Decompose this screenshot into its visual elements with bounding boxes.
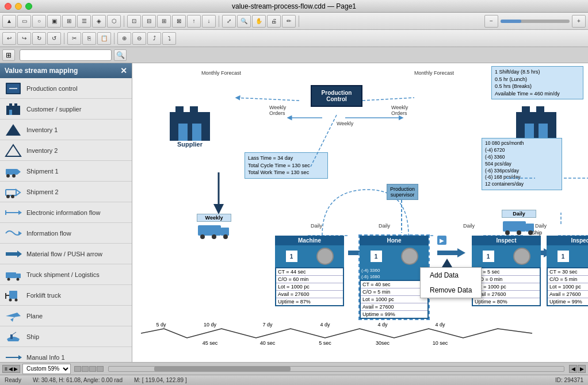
manual-info1-icon (5, 351, 22, 363)
h-scrollbar-thumb[interactable] (154, 367, 291, 371)
undo-btn[interactable]: ↩ (2, 32, 16, 45)
context-remove-data[interactable]: Remove Data (421, 283, 481, 298)
rotate-cw-btn[interactable]: ↻ (32, 32, 46, 45)
minimize-button[interactable] (15, 3, 22, 10)
sidebar-item-ship[interactable]: Ship (0, 326, 132, 347)
svg-line-48 (236, 98, 299, 101)
search-input[interactable] (20, 49, 112, 61)
process-hone[interactable]: Hone 1 (-4) 3360 (-6) 1680 CT = 40 sec C… (360, 236, 429, 319)
sidebar-item-forklift[interactable]: Forklift truck (0, 285, 132, 306)
production-control-icon (5, 82, 22, 95)
sidebar-label-ship: Ship (26, 333, 39, 340)
rect-tool[interactable]: ▭ (17, 15, 31, 28)
view-btn-3[interactable] (89, 366, 96, 372)
cut-btn[interactable]: ✂ (67, 32, 81, 45)
scroll-left[interactable]: ◀ (569, 365, 577, 373)
iflow-svg (5, 226, 22, 240)
truck-svg (5, 268, 22, 282)
sidebar-item-push-arrow[interactable]: Material flow / PUSH arrow (0, 244, 132, 264)
separator2 (219, 16, 219, 27)
push-svg (5, 247, 22, 261)
toolbar-2: ↩ ↪ ↻ ↺ ✂ ⎘ 📋 ⊕ ⊖ ⤴ ⤵ (0, 30, 588, 47)
shift-info-text: 1 Shift/day (8.5 hrs) 0.5 hr (Lunch) 0.5… (495, 68, 580, 97)
front-tool[interactable]: ↑ (187, 15, 201, 28)
rotate-ccw-btn[interactable]: ↺ (47, 32, 61, 45)
context-menu: Add Data Remove Data (420, 267, 482, 298)
view-btn-2[interactable] (82, 366, 89, 372)
pencil-tool[interactable]: ✏ (282, 15, 296, 28)
plane-icon (5, 309, 22, 323)
svg-marker-10 (17, 169, 21, 175)
grid-toggle[interactable]: ⊞ (2, 49, 15, 61)
lead-time-text: Lass Time = 34 day Total Cycle Time = 13… (248, 155, 324, 176)
sidebar-label-minfo1: Manual Info 1 (26, 354, 65, 361)
sidebar-item-production-control[interactable]: Production control (0, 78, 132, 99)
paste-btn[interactable]: 📋 (97, 32, 111, 45)
group-tool[interactable]: ⊞ (157, 15, 171, 28)
context-add-data[interactable]: Add Data (421, 268, 481, 283)
sidebar-item-inventory2[interactable]: Inventory 2 (0, 140, 132, 161)
view-btn-4[interactable] (97, 366, 104, 372)
prod-supervisor-box: Productionsupervisor (387, 184, 418, 200)
scroll-right[interactable]: ▶ (578, 365, 586, 373)
poly-tool[interactable]: ⬡ (107, 15, 121, 28)
sidebar-item-customer-supplier[interactable]: Customer / supplier (0, 99, 132, 120)
process-inspect1[interactable]: Inspect 1 CT = 5 sec C/O = 0 min Lot = 1… (472, 236, 541, 306)
canvas-area[interactable]: 1 Shift/day (8.5 hrs) 0.5 hr (Lunch) 0.5… (132, 63, 588, 362)
main-content: Value stream mapping ✕ Production contro… (0, 63, 588, 362)
svg-marker-7 (6, 124, 21, 136)
shape-tool[interactable]: ◈ (92, 15, 106, 28)
zoom-in[interactable]: + (572, 15, 586, 28)
sidebar-header: Value stream mapping ✕ (0, 63, 132, 78)
sidebar-item-truck[interactable]: Truck shipment / Logistics (0, 264, 132, 285)
sidebar-item-info-flow[interactable]: Information flow (0, 223, 132, 244)
sidebar-close-icon[interactable]: ✕ (120, 66, 127, 75)
remove-btn[interactable]: ⊖ (132, 32, 146, 45)
weekly-orders-right: WeeklyOrders (391, 105, 408, 116)
sidebar-item-inventory1[interactable]: Inventory 1 (0, 120, 132, 140)
zoom-out[interactable]: − (484, 15, 498, 28)
zoom-slider[interactable] (501, 20, 570, 23)
hand-tool[interactable]: ✋ (252, 15, 266, 28)
zoom-in-tool[interactable]: 🔍 (237, 15, 251, 28)
align-tool[interactable]: ⊡ (127, 15, 141, 28)
supplier-label: Supplier (177, 141, 203, 148)
print-tool[interactable]: 🖨 (267, 15, 281, 28)
list-tool[interactable]: ☰ (77, 15, 91, 28)
svg-marker-18 (18, 210, 22, 215)
view-btn-1[interactable] (74, 366, 81, 372)
sidebar-item-electronic-flow[interactable]: Electronic information flow (0, 202, 132, 223)
play-button[interactable]: ▶ (437, 236, 446, 245)
table-tool[interactable]: ▣ (47, 15, 61, 28)
process-machine[interactable]: Machine 1 CT = 44 sec C/O = 60 min Lot =… (275, 236, 344, 306)
ellipse-tool[interactable]: ○ (32, 15, 46, 28)
factory-svg (5, 102, 22, 116)
select-tool[interactable]: ▲ (2, 15, 16, 28)
close-button[interactable] (5, 3, 12, 10)
copy-btn[interactable]: ⎘ (82, 32, 96, 45)
back-tool[interactable]: ↓ (202, 15, 216, 28)
monthly-forecast-right: Monthly Forecast (414, 70, 454, 76)
grid-tool[interactable]: ⊞ (62, 15, 76, 28)
connect-tool[interactable]: ⤢ (222, 15, 236, 28)
ungroup-tool[interactable]: ⊠ (172, 15, 186, 28)
sidebar-item-shipment2[interactable]: Shipment 2 (0, 182, 132, 202)
vsm-canvas[interactable]: 1 Shift/day (8.5 hrs) 0.5 hr (Lunch) 0.5… (132, 63, 588, 362)
svg-point-25 (7, 278, 10, 280)
redo-btn[interactable]: ↪ (17, 32, 31, 45)
sidebar-item-manual-info1[interactable]: Manual Info 1 (0, 347, 132, 362)
maximize-button[interactable] (25, 3, 32, 10)
sidebar-item-shipment1[interactable]: Shipment 1 (0, 161, 132, 182)
connect-btn[interactable]: ⤴ (147, 32, 161, 45)
zoom-select[interactable]: Custom 59% 50% 75% 100% 125% 150% (22, 364, 71, 374)
search-button[interactable]: 🔍 (114, 49, 127, 61)
distribute-tool[interactable]: ⊟ (142, 15, 156, 28)
disconnect-btn[interactable]: ⤵ (162, 32, 176, 45)
h-scrollbar[interactable] (108, 366, 564, 372)
monthly-forecast-left: Monthly Forecast (201, 70, 241, 76)
svg-rect-40 (190, 106, 198, 113)
sidebar-label-eflow: Electronic information flow (26, 209, 100, 216)
add-btn[interactable]: ⊕ (117, 32, 131, 45)
process-inspect2[interactable]: Inspect 1 CT = 30 sec C/O = 5 min Lot = … (547, 236, 588, 306)
sidebar-item-plane[interactable]: Plane (0, 306, 132, 326)
